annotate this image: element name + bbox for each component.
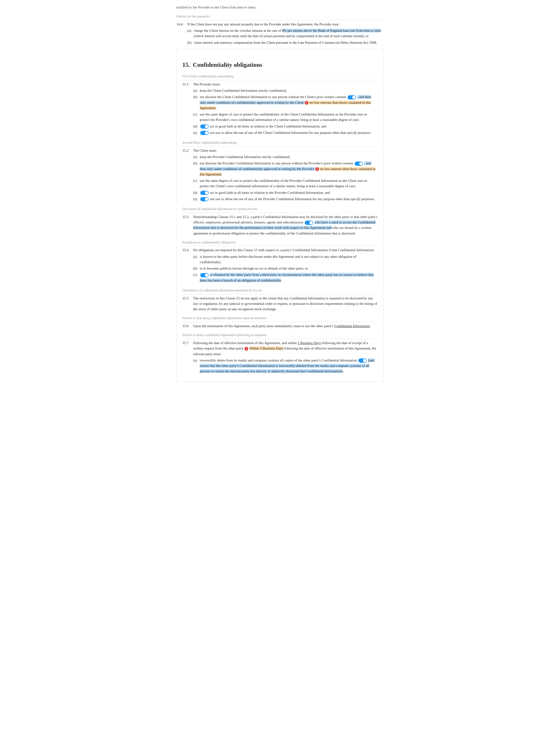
subsection-num-15-4: 15.4 [182, 248, 191, 284]
subsection-15-4-intro: No obligations are imposed by this Claus… [193, 248, 378, 253]
highlight-15-4-c: is obtained by the other party from a th… [200, 273, 374, 282]
subsection-15-7-list: (a) irreversibly delete from its media a… [193, 358, 378, 374]
li-label: (a) [187, 28, 192, 39]
top-note: notified by the Provider to the Client f… [176, 5, 384, 10]
subsection-num-15-7: 15.7 [182, 340, 191, 375]
subsection-15-1-list: (a) keep the Client Confidential Informa… [193, 88, 378, 136]
subsection-14-4: 14.4 If the Client does not pay any amou… [176, 22, 384, 46]
list-item: (e) not use or allow the use of any of t… [193, 130, 378, 136]
li-label: (b) [193, 266, 198, 271]
disclosure-certain-persons-heading: Disclosure of confidential information t… [182, 206, 378, 213]
highlight-15-7-a: (and ensure that the other party's Confi… [200, 358, 374, 373]
li-content: not use or allow the use of any of the C… [200, 130, 378, 136]
li-content: charge the Client interest on the overdu… [194, 28, 384, 39]
badge-red-15-1-b: ● [305, 101, 308, 105]
subsection-15-4: 15.4 No obligations are imposed by this … [182, 248, 378, 284]
li-label: (b) [187, 40, 192, 45]
list-item: (b) not disclose the Client Confidential… [193, 94, 378, 111]
subsection-15-5: 15.5 The restrictions in this Clause 15 … [182, 296, 378, 312]
section-15-title: Confidentiality obligations [193, 60, 262, 69]
li-content: is obtained by the other party from a th… [200, 272, 378, 283]
exceptions-heading: Exceptions to confidentiality obligation… [182, 240, 378, 246]
li-label: (a) [193, 358, 198, 374]
subsection-content-15-2: The Client must: (a) keep the Provider C… [193, 148, 378, 203]
subsection-15-1-intro: The Provider must: [193, 82, 378, 87]
toggle-15-2-b[interactable] [355, 162, 363, 166]
subsection-15-6-text: Upon the termination of this Agreement, … [193, 323, 378, 329]
toggle-15-4-c[interactable] [200, 273, 209, 277]
li-label: (e) [193, 130, 198, 136]
specify-purposes-1: specify purposes [347, 131, 371, 135]
subsection-15-7: 15.7 Following the date of effective ter… [182, 340, 378, 375]
li-content: claim interest and statutory compensatio… [194, 40, 384, 45]
stop-using-heading: Parties to stop using confidential infor… [182, 316, 378, 322]
list-item: (a) irreversibly delete from its media a… [193, 358, 378, 374]
li-label: (c) [193, 112, 198, 123]
list-item: (c) use the same degree of care to prote… [193, 112, 378, 123]
li-label: (b) [193, 161, 198, 177]
toggle-15-2-e[interactable] [200, 197, 209, 201]
subsection-num-15-5: 15.5 [182, 296, 191, 312]
li-content: keep the Provider Confidential Informati… [200, 154, 378, 160]
list-item: (a) keep the Client Confidential Informa… [193, 88, 378, 93]
subsection-num-15-2: 15.2 [182, 148, 191, 203]
confidential-info-underline: Confidential Information [334, 324, 370, 328]
list-item: (a) is known to the other party before d… [193, 254, 378, 265]
li-content: use the same degree of care to protect t… [200, 112, 378, 123]
list-item: (e) not use or allow the use of any of t… [193, 196, 378, 202]
toggle-15-7-a[interactable] [358, 358, 367, 363]
first-party-heading: First Party confidentiality undertaking [182, 74, 378, 80]
li-label: (a) [193, 88, 198, 93]
li-content: not disclose the Provider Confidential I… [200, 161, 378, 177]
list-item: (b) not disclose the Provider Confidenti… [193, 161, 378, 177]
li-label: (e) [193, 196, 198, 202]
list-item: (a) keep the Provider Confidential Infor… [193, 154, 378, 160]
subsection-14-4-list: (a) charge the Client interest on the ov… [187, 28, 384, 45]
li-content: irreversibly delete from its media and c… [200, 358, 378, 374]
li-label: (b) [193, 94, 198, 111]
subsection-15-3: 15.3 Notwithstanding Clauses 15.1 and 15… [182, 214, 378, 236]
li-label: (d) [193, 190, 198, 195]
second-party-heading: Second Party confidentiality undertaking [182, 140, 378, 147]
list-item: (b) claim interest and statutory compens… [187, 40, 384, 45]
toggle-15-2-d[interactable] [200, 191, 209, 195]
section-15-heading: 15. Confidentiality obligations [182, 60, 378, 69]
li-label: (a) [193, 254, 198, 265]
li-label: (c) [193, 178, 198, 189]
li-content: is or becomes publicly known through no … [200, 266, 378, 271]
subsection-content-14-4: If the Client does not pay any amount pr… [187, 22, 384, 46]
list-item: (d) act in good faith at all times in re… [193, 190, 378, 195]
li-label: (a) [193, 154, 198, 160]
delete-info-heading: Parties to delete confidential informati… [182, 332, 378, 339]
subsection-content-15-5: The restrictions in this Clause 15 do no… [193, 296, 378, 312]
subsection-15-5-text: The restrictions in this Clause 15 do no… [193, 296, 378, 312]
mandated-law-heading: Disclosures of confidential information … [182, 288, 378, 294]
toggle-15-1-b[interactable] [347, 95, 356, 100]
li-content: use the same degree of care to protect t… [200, 178, 378, 189]
list-item: (a) charge the Client interest on the ov… [187, 28, 384, 39]
subsection-content-15-7: Following the date of effective terminat… [193, 340, 378, 375]
list-item: (c) use the same degree of care to prote… [193, 178, 378, 189]
subsection-num-15-1: 15.1 [182, 82, 191, 136]
highlight-within-5: Within 5 Business Days [249, 346, 283, 350]
section-15-num: 15. [182, 60, 190, 69]
li-content: is known to the other party before discl… [200, 254, 378, 265]
li-content: act in good faith at all times in relati… [200, 190, 378, 195]
list-item: (d) act in good faith at all times in re… [193, 124, 378, 129]
toggle-15-1-e[interactable] [200, 131, 209, 135]
subsection-content-15-4: No obligations are imposed by this Claus… [193, 248, 378, 284]
subsection-15-7-intro: Following the date of effective terminat… [193, 340, 378, 357]
li-content: not use or allow the use of any of the P… [200, 196, 378, 202]
toggle-15-3[interactable] [305, 220, 313, 225]
section-15-box: 15. Confidentiality obligations First Pa… [176, 49, 384, 382]
specify-purposes-2: specify purposes [351, 197, 374, 201]
subsection-num-14-4: 14.4 [176, 22, 185, 46]
subsection-content-15-1: The Provider must: (a) keep the Client C… [193, 82, 378, 136]
subsection-15-1: 15.1 The Provider must: (a) keep the Cli… [182, 82, 378, 136]
badge-red-15-7: ● [245, 347, 248, 351]
subsection-14-4-intro: If the Client does not pay any amount pr… [187, 22, 384, 27]
subsection-content-15-3: Notwithstanding Clauses 15.1 and 15.2, a… [193, 214, 378, 236]
li-content: act in good faith at all times in relati… [200, 124, 378, 129]
subsection-15-6: 15.6 Upon the termination of this Agreem… [182, 323, 378, 329]
toggle-15-1-d[interactable] [200, 124, 209, 129]
